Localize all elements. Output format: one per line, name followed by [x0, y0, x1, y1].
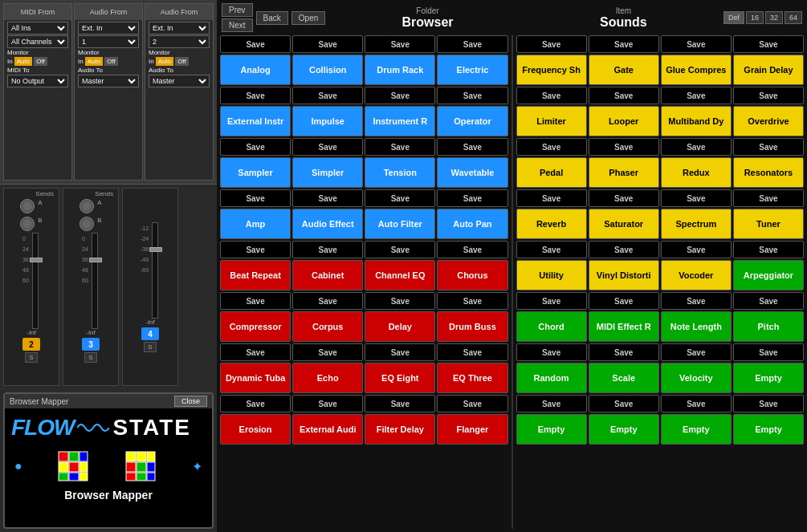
grid-cell-2-11[interactable]: Delay: [365, 311, 435, 342]
grid-cell-2-13[interactable]: EQ Eight: [365, 363, 435, 393]
grid-cell-5-6[interactable]: Save: [589, 189, 659, 207]
midi-to-select[interactable]: No Output: [7, 75, 68, 87]
grid-cell-5-3[interactable]: Looper: [589, 106, 659, 136]
grid-cell-7-11[interactable]: Pitch: [733, 311, 804, 342]
grid-cell-7-0[interactable]: Save: [733, 35, 804, 53]
grid-cell-0-12[interactable]: Save: [220, 343, 291, 361]
solo-btn-3[interactable]: S: [144, 342, 156, 352]
grid-cell-6-14[interactable]: Save: [661, 395, 732, 412]
off-btn-2[interactable]: Off: [104, 57, 118, 66]
grid-cell-0-13[interactable]: Dynamic Tuba: [220, 363, 291, 393]
grid-cell-1-4[interactable]: Save: [292, 138, 363, 156]
grid-cell-5-5[interactable]: Phaser: [589, 157, 659, 188]
audio1-to-select[interactable]: Master: [78, 75, 139, 87]
grid-cell-5-8[interactable]: Save: [589, 241, 659, 258]
grid-cell-7-12[interactable]: Save: [733, 343, 804, 361]
grid-cell-6-13[interactable]: Velocity: [661, 363, 732, 393]
grid-cell-4-12[interactable]: Save: [516, 343, 587, 361]
fader-track-1[interactable]: [32, 233, 39, 329]
grid-cell-4-0[interactable]: Save: [516, 35, 587, 53]
fader-thumb-3[interactable]: [149, 247, 162, 252]
grid-cell-1-7[interactable]: Audio Effect: [292, 209, 363, 239]
size-64-btn[interactable]: 64: [785, 11, 802, 24]
channel-number-3[interactable]: 3: [82, 338, 100, 351]
grid-cell-7-3[interactable]: Overdrive: [733, 106, 804, 136]
grid-cell-5-10[interactable]: Save: [589, 292, 659, 310]
grid-cell-6-12[interactable]: Save: [661, 343, 732, 361]
grid-cell-0-15[interactable]: Erosion: [220, 414, 291, 445]
auto-btn-3[interactable]: Auto: [156, 57, 173, 66]
auto-btn[interactable]: Auto: [14, 57, 32, 66]
solo-btn-1[interactable]: S: [25, 352, 37, 363]
grid-cell-7-13[interactable]: Empty: [733, 363, 804, 393]
midi-channel-select[interactable]: All Channels: [7, 35, 68, 48]
grid-cell-1-12[interactable]: Save: [292, 343, 363, 361]
grid-cell-7-8[interactable]: Save: [733, 241, 804, 258]
grid-cell-7-5[interactable]: Resonators: [733, 157, 804, 188]
grid-cell-1-1[interactable]: Collision: [292, 55, 363, 85]
grid-cell-1-6[interactable]: Save: [292, 189, 363, 207]
grid-cell-5-12[interactable]: Save: [589, 343, 659, 361]
grid-cell-0-5[interactable]: Sampler: [220, 157, 291, 188]
bm-close-button[interactable]: Close: [174, 396, 207, 407]
grid-cell-6-4[interactable]: Save: [661, 138, 732, 156]
grid-cell-1-10[interactable]: Save: [292, 292, 363, 310]
grid-cell-5-9[interactable]: Vinyl Distorti: [589, 260, 659, 290]
grid-cell-4-1[interactable]: Frequency Sh: [516, 55, 587, 85]
grid-cell-5-13[interactable]: Scale: [589, 363, 659, 393]
fader-track-2[interactable]: [92, 233, 98, 329]
grid-cell-4-3[interactable]: Limiter: [516, 106, 587, 136]
grid-cell-6-10[interactable]: Save: [661, 292, 732, 310]
grid-cell-2-3[interactable]: Instrument R: [365, 106, 435, 136]
channel-number-4[interactable]: 4: [141, 327, 159, 340]
grid-cell-3-2[interactable]: Save: [437, 87, 507, 104]
grid-cell-3-9[interactable]: Chorus: [437, 260, 507, 290]
grid-cell-1-13[interactable]: Echo: [292, 363, 363, 393]
grid-cell-3-12[interactable]: Save: [437, 343, 507, 361]
grid-cell-6-7[interactable]: Spectrum: [661, 209, 732, 239]
midi-input-select[interactable]: All Ins: [7, 22, 68, 35]
grid-cell-2-8[interactable]: Save: [365, 241, 435, 258]
grid-cell-6-3[interactable]: Multiband Dy: [661, 106, 732, 136]
grid-cell-2-6[interactable]: Save: [365, 189, 435, 207]
grid-cell-0-9[interactable]: Beat Repeat: [220, 260, 291, 290]
grid-cell-2-9[interactable]: Channel EQ: [365, 260, 435, 290]
grid-cell-6-1[interactable]: Glue Compres: [661, 55, 732, 85]
grid-cell-7-15[interactable]: Empty: [733, 414, 804, 445]
solo-btn-2[interactable]: S: [84, 352, 96, 363]
grid-cell-7-10[interactable]: Save: [733, 292, 804, 310]
grid-cell-5-0[interactable]: Save: [589, 35, 659, 53]
grid-cell-0-4[interactable]: Save: [220, 138, 291, 156]
grid-cell-7-9[interactable]: Arpeggiator: [733, 260, 804, 290]
grid-cell-2-10[interactable]: Save: [365, 292, 435, 310]
audio2-to-select[interactable]: Master: [149, 75, 210, 87]
grid-cell-6-11[interactable]: Note Length: [661, 311, 732, 342]
grid-cell-2-4[interactable]: Save: [365, 138, 435, 156]
next-button[interactable]: Next: [222, 18, 253, 32]
grid-cell-2-12[interactable]: Save: [365, 343, 435, 361]
fader-thumb-2[interactable]: [89, 258, 102, 262]
send-knob-a-1[interactable]: [20, 199, 35, 213]
channel-number-2[interactable]: 2: [22, 338, 40, 351]
grid-cell-6-9[interactable]: Vocoder: [661, 260, 732, 290]
grid-cell-1-2[interactable]: Save: [292, 87, 363, 104]
grid-cell-1-3[interactable]: Impulse: [292, 106, 363, 136]
grid-cell-4-7[interactable]: Reverb: [516, 209, 587, 239]
grid-cell-3-7[interactable]: Auto Pan: [437, 209, 507, 239]
grid-cell-1-9[interactable]: Cabinet: [292, 260, 363, 290]
grid-cell-4-14[interactable]: Save: [516, 395, 587, 412]
grid-cell-6-0[interactable]: Save: [661, 35, 732, 53]
grid-cell-5-11[interactable]: MIDI Effect R: [589, 311, 659, 342]
grid-cell-1-5[interactable]: Simpler: [292, 157, 363, 188]
grid-cell-0-7[interactable]: Amp: [220, 209, 291, 239]
grid-cell-0-6[interactable]: Save: [220, 189, 291, 207]
grid-cell-2-5[interactable]: Tension: [365, 157, 435, 188]
grid-cell-0-2[interactable]: Save: [220, 87, 291, 104]
off-btn-3[interactable]: Off: [175, 57, 189, 66]
send-knob-b-2[interactable]: [79, 217, 94, 231]
grid-cell-2-2[interactable]: Save: [365, 87, 435, 104]
fader-track-3[interactable]: [152, 222, 158, 319]
grid-cell-4-8[interactable]: Save: [516, 241, 587, 258]
grid-cell-2-0[interactable]: Save: [365, 35, 435, 53]
grid-cell-4-15[interactable]: Empty: [516, 414, 587, 445]
